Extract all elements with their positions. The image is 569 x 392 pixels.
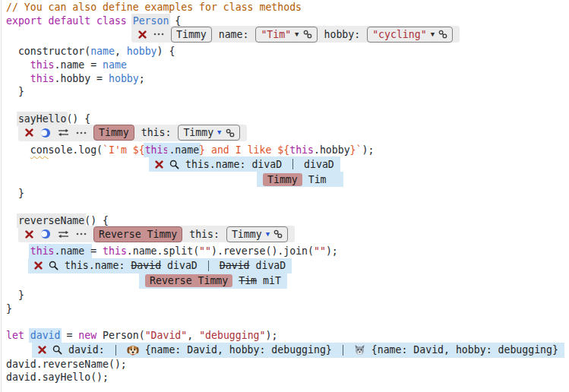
- search-icon[interactable]: [49, 261, 58, 270]
- link-icon[interactable]: [226, 128, 235, 138]
- reversename-example-row: Reverse Timmy Tim miT: [139, 273, 569, 289]
- close-icon[interactable]: [34, 261, 43, 270]
- code-line-constructor[interactable]: constructor(name, hobby) {: [6, 45, 569, 58]
- swap-arrows-icon[interactable]: [58, 230, 69, 239]
- code-line-blank[interactable]: [6, 315, 569, 329]
- reversename-value-annotation: this.name: David divaD David divaD: [28, 258, 569, 273]
- search-icon[interactable]: [52, 345, 62, 355]
- live-new-value: divaD: [167, 260, 198, 271]
- david-value-annotation: david: {name: David, hobby: debugging} {…: [32, 343, 569, 358]
- wolf-icon: [354, 344, 365, 356]
- example-result: Tim: [308, 174, 327, 185]
- link-icon[interactable]: [303, 30, 312, 39]
- search-icon[interactable]: [169, 160, 179, 169]
- link-icon[interactable]: [438, 30, 447, 39]
- example-pill: Timmy: [263, 173, 302, 186]
- class-example-widget: Timmy name: "Tim" ▼ hobby: "cycling" ▼: [131, 27, 569, 45]
- sayhello-value-annotation: this.name: divaD divaD: [149, 156, 569, 172]
- code-line-reverse-assign[interactable]: this.name = this.name.split("").reverse(…: [6, 245, 569, 258]
- code-line-new-person[interactable]: let david = new Person("David", "debuggi…: [6, 329, 569, 343]
- column-divider: [292, 159, 293, 169]
- reversename-example-widget: Reverse Timmy this: Timmy ▼: [18, 227, 569, 245]
- example-old-value: David: [220, 260, 250, 271]
- code-line-console-log[interactable]: console.log(`I'm ${this.name} and I like…: [6, 144, 569, 157]
- column-divider: [208, 261, 209, 271]
- hobby-value: "cycling": [372, 29, 426, 40]
- example-pill-label: Timmy: [267, 174, 298, 185]
- chevron-down-icon: ▼: [431, 31, 435, 38]
- hobby-value-dropdown[interactable]: "cycling" ▼: [367, 27, 453, 43]
- this-value-dropdown[interactable]: Timmy ▼: [226, 226, 288, 242]
- example-pill-label: Reverse Timmy: [150, 275, 228, 286]
- example-value: {name: David, hobby: debugging}: [371, 344, 558, 356]
- dog-icon: [127, 344, 139, 356]
- example-pill-label: Reverse Timmy: [99, 229, 177, 240]
- code-line-blank[interactable]: [6, 99, 569, 112]
- toggle-icon[interactable]: [40, 128, 51, 138]
- code-line-call-sayhello[interactable]: david.sayHello();: [6, 371, 569, 384]
- code-line-assign-hobby[interactable]: this.hobby = hobby;: [6, 72, 569, 86]
- example-new-value: divaD: [256, 260, 286, 271]
- this-label: this:: [189, 229, 220, 240]
- example-pill[interactable]: Reverse Timmy: [93, 226, 182, 242]
- name-value-dropdown[interactable]: "Tim" ▼: [255, 27, 317, 43]
- sayhello-example-widget: Timmy this: Timmy ▼: [18, 126, 569, 144]
- live-old-value: David: [131, 260, 161, 271]
- example-name-box[interactable]: Timmy: [171, 27, 212, 43]
- code-line-close-constructor[interactable]: }: [6, 85, 569, 99]
- chevron-down-icon: ▼: [266, 231, 270, 238]
- chevron-down-icon: ▼: [295, 31, 299, 38]
- code-line-close-class[interactable]: }: [6, 302, 569, 316]
- example-pill: Reverse Timmy: [145, 274, 232, 287]
- example-old-result: Tim: [239, 275, 257, 286]
- close-icon[interactable]: [25, 128, 33, 137]
- this-label: this:: [141, 127, 172, 138]
- name-value: "Tim": [261, 29, 291, 40]
- example-value: divaD: [304, 159, 334, 170]
- code-line-blank[interactable]: [6, 201, 569, 214]
- ellipsis-icon[interactable]: [76, 131, 87, 134]
- toggle-icon[interactable]: [40, 229, 51, 239]
- close-icon[interactable]: [155, 160, 163, 169]
- ellipsis-icon[interactable]: [153, 33, 164, 36]
- code-line-close-sayhello[interactable]: }: [6, 187, 569, 201]
- code-line-close-reversename[interactable]: }: [6, 289, 569, 302]
- chevron-down-icon: ▼: [217, 129, 221, 136]
- hobby-field-label: hobby:: [324, 29, 361, 40]
- this-value: Timmy: [183, 127, 213, 138]
- sayhello-example-row: Timmy Tim: [257, 172, 569, 187]
- close-icon[interactable]: [38, 346, 46, 354]
- name-field-label: name:: [219, 29, 249, 40]
- value-label: this.name:: [65, 260, 125, 271]
- example-name: Timmy: [176, 29, 207, 40]
- link-icon[interactable]: [273, 229, 283, 239]
- value-label: david:: [68, 344, 105, 356]
- close-icon[interactable]: [25, 230, 33, 239]
- this-value: Timmy: [232, 229, 262, 240]
- close-icon[interactable]: [138, 30, 147, 39]
- column-divider: [115, 345, 116, 356]
- live-value: {name: David, hobby: debugging}: [145, 344, 332, 356]
- this-value-dropdown[interactable]: Timmy ▼: [178, 125, 239, 141]
- code-line-sayhello[interactable]: sayHello() {: [6, 112, 569, 126]
- example-new-result: miT: [263, 275, 281, 286]
- example-pill[interactable]: Timmy: [93, 125, 134, 141]
- example-pill-label: Timmy: [99, 127, 129, 138]
- ellipsis-icon[interactable]: [76, 232, 87, 236]
- code-line-call-reversename[interactable]: david.reverseName();: [6, 358, 569, 371]
- code-line-comment[interactable]: // You can also define examples for clas…: [6, 1, 569, 14]
- value-label: this.name:: [185, 159, 245, 170]
- column-divider: [343, 345, 343, 356]
- code-line-assign-name[interactable]: this.name = name: [6, 58, 569, 72]
- live-value: divaD: [251, 159, 282, 170]
- swap-arrows-icon[interactable]: [58, 128, 69, 137]
- code-editor[interactable]: // You can also define examples for clas…: [0, 0, 569, 384]
